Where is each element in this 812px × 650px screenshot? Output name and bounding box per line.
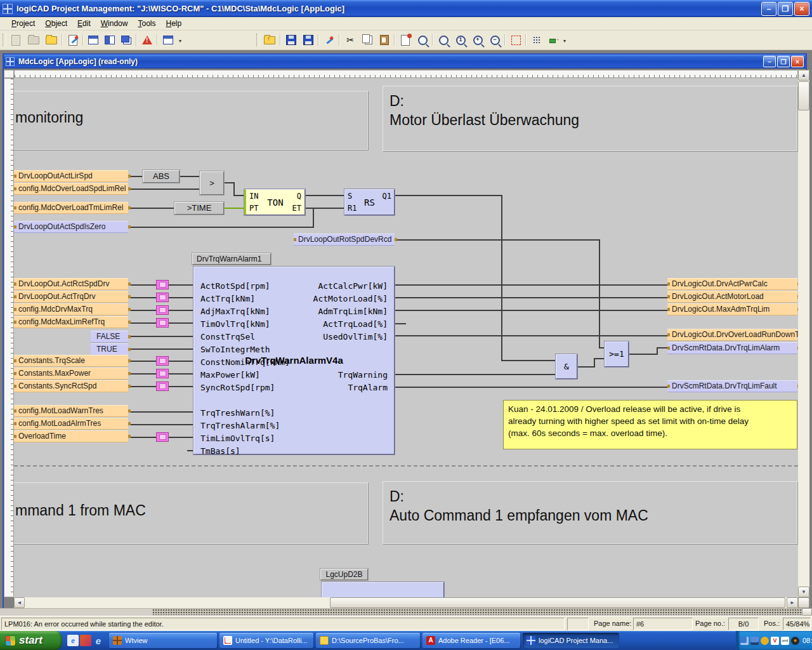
comment-bottom-left[interactable]: mmand 1 from MAC [14, 482, 368, 544]
drvtrqwarnalarm-block[interactable]: ActRotSpd[rpm] ActTrq[kNm] AdjMaxTrq[kNm… [193, 267, 395, 454]
block-instance-tab[interactable]: LgcUpD2B [320, 569, 368, 580]
signal-label[interactable]: DrvLoopOutActSpdIsZero [14, 221, 128, 233]
zoom-original-button[interactable]: 1 [452, 32, 469, 48]
menu-edit[interactable]: Edit [72, 18, 96, 29]
taskbar-task-wtview[interactable]: Wtview [109, 633, 217, 648]
lgcupd2b-block[interactable] [322, 582, 444, 597]
dropdown-arrow-icon[interactable]: ▾ [179, 38, 181, 44]
close-button[interactable]: × [794, 2, 809, 16]
signal-label[interactable]: config.MotLoadWarnTres [14, 405, 128, 417]
signal-label[interactable]: DrvLoopOutActLirSpd [14, 170, 128, 182]
parent-folder-button[interactable] [261, 32, 278, 48]
internet-explorer-icon[interactable]: e [93, 635, 104, 646]
horizontal-scroll-thumb[interactable] [330, 597, 785, 608]
taskbar-task-logicad[interactable]: logiCAD Project Mana... [523, 633, 619, 648]
toolbar-grip[interactable] [256, 34, 260, 46]
taskbar-task-explorer[interactable]: D:\SourceProBas\Fro... [316, 633, 420, 648]
signal-label[interactable]: DrvLogicOut.DrvActPwrCalc [667, 278, 797, 290]
fit-to-window-button[interactable] [508, 32, 524, 48]
ie-document-icon[interactable]: e [67, 635, 79, 646]
signal-label[interactable]: Constants.MaxPower [14, 368, 128, 380]
abs-block[interactable]: ABS [143, 170, 180, 183]
child-close-button[interactable]: × [791, 56, 804, 67]
signal-label[interactable]: config.MdcMaxLimRefTrq [14, 316, 128, 328]
child-minimize-button[interactable]: – [763, 56, 776, 67]
conversion-block[interactable] [156, 318, 169, 328]
conversion-block[interactable] [156, 293, 169, 302]
menu-tools[interactable]: Tools [133, 18, 160, 29]
literal-true[interactable]: TRUE [91, 343, 128, 355]
greater-time-block[interactable]: >TIME [174, 202, 224, 215]
comment-top-left[interactable]: monitoring [14, 91, 368, 150]
conversion-block[interactable] [156, 356, 169, 366]
cascade-windows-button[interactable] [118, 32, 134, 48]
zoom-out-button[interactable]: − [487, 32, 503, 48]
rs-block[interactable]: S R1 Q1 RS [344, 189, 395, 215]
dropdown-arrow-icon[interactable]: ▾ [563, 38, 566, 44]
scroll-down-button[interactable]: ▼ [798, 587, 809, 597]
zoom-window-button[interactable] [435, 32, 452, 48]
and-gate[interactable]: & [556, 354, 577, 379]
menu-help[interactable]: Help [160, 18, 187, 29]
message-log-button[interactable] [139, 32, 155, 48]
signal-label[interactable]: DrvLoopOut.ActTrqDrv [14, 291, 128, 303]
tile-horizontal-button[interactable] [85, 32, 102, 48]
check-plausibility-button[interactable] [414, 32, 431, 48]
menu-object[interactable]: Object [40, 18, 72, 29]
open-button[interactable] [25, 32, 42, 48]
signal-label[interactable]: DrvLogicOut.DrvOverLoadRunDownTm [667, 329, 797, 341]
or-gate[interactable]: >=1 [605, 342, 629, 367]
media-icon[interactable] [80, 635, 91, 646]
minimize-button[interactable]: – [761, 2, 776, 16]
paste-button[interactable] [376, 32, 393, 48]
scroll-left-button[interactable]: ◄ [14, 597, 25, 608]
maximize-button[interactable]: ❐ [778, 2, 793, 16]
toolbar-grip[interactable] [3, 34, 6, 46]
menu-project[interactable]: Project [6, 18, 40, 29]
volume-icon[interactable] [761, 637, 769, 645]
connection-tool-button[interactable] [546, 32, 562, 48]
save-button[interactable] [283, 32, 299, 48]
display-settings-icon[interactable] [750, 637, 759, 645]
diagram-canvas[interactable]: monitoring D:Motor Überlast Überwachung … [14, 78, 798, 597]
signal-label[interactable]: DrvScmRtData.DrvTrqLimFault [667, 380, 797, 392]
comment-bottom-right[interactable]: D:Auto Command 1 empfangen vom MAC [383, 481, 797, 544]
start-button[interactable]: start [0, 631, 62, 650]
menu-window[interactable]: Window [96, 18, 133, 29]
taskbar-task-untitled[interactable]: Untitled - Y:\DataRolli... [219, 633, 313, 648]
delete-object-button[interactable] [397, 32, 414, 48]
signal-label[interactable]: Constants.SyncRctSpd [14, 380, 128, 392]
vertical-scrollbar[interactable] [798, 70, 809, 597]
scroll-up-button[interactable]: ▲ [798, 70, 809, 81]
signal-label[interactable]: DrvLogicOut.ActMotorLoad [667, 291, 797, 303]
child-restore-button[interactable]: ❐ [777, 56, 790, 67]
graphic-editor-button[interactable] [321, 32, 337, 48]
cut-button[interactable]: ✂ [342, 32, 358, 48]
annotation-note[interactable]: Kuan - 24.01.2009 / Overload release wil… [503, 400, 797, 449]
signal-label[interactable]: OverloadTime [14, 430, 128, 442]
signal-label[interactable]: config.MotLoadAlrmTres [14, 418, 128, 430]
comment-top-right[interactable]: D:Motor Überlast Überwachung [383, 86, 797, 151]
open-project-button[interactable] [43, 32, 60, 48]
conversion-block[interactable] [156, 381, 169, 391]
tile-vertical-button[interactable] [102, 32, 118, 48]
signal-label[interactable]: Constants.TrqScale [14, 355, 128, 367]
ton-block[interactable]: IN PT Q ET TON [244, 189, 305, 215]
signal-label[interactable]: DrvScmRtData.DrvTrqLimAlarm [667, 342, 797, 354]
conversion-block[interactable] [156, 369, 169, 378]
signal-label[interactable]: config.MdcOverLoadTmLimRel [14, 202, 128, 214]
signal-label[interactable]: DrvLoopOutRotSpdDevRcd [294, 234, 395, 246]
new-document-button[interactable] [8, 32, 24, 48]
save-all-button[interactable] [300, 32, 317, 48]
vertical-scroll-thumb[interactable] [798, 81, 809, 110]
xml-editor-icon[interactable]: xml [781, 637, 789, 645]
object-properties-button[interactable] [65, 32, 81, 48]
greater-block[interactable]: > [200, 171, 224, 195]
conversion-block[interactable] [156, 305, 169, 315]
signal-label[interactable]: config.MdcDrvMaxTrq [14, 303, 128, 315]
copy-button[interactable] [359, 32, 376, 48]
literal-false[interactable]: FALSE [91, 331, 128, 343]
signal-label[interactable]: DrvLoopOut.ActRctSpdDrv [14, 278, 128, 290]
signal-label[interactable]: config.MdcOverLoadSpdLimRel [14, 183, 128, 195]
media-player-icon[interactable]: ● [791, 637, 799, 645]
